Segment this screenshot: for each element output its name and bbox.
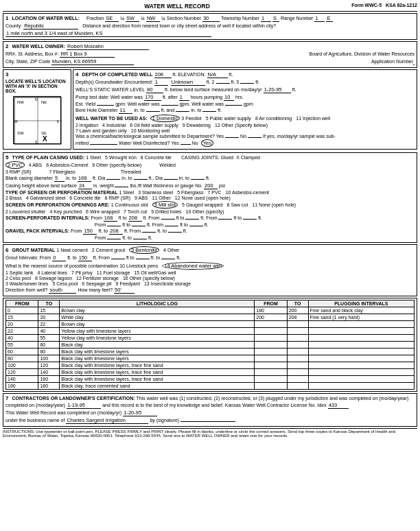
cell-log: White clay (60, 314, 255, 321)
cell-to1: 22 (38, 321, 60, 328)
table-row: 120 140 Black clay with limestone layers… (6, 369, 415, 376)
section-4: 4 DEPTH OF COMPLETED WELL 208 ft. ELEVAT… (73, 69, 417, 150)
cell-from2 (255, 335, 287, 342)
cell-log: Black clay (60, 342, 255, 349)
s1-range-dir: E (326, 15, 333, 22)
cell-from1: 55 (6, 342, 38, 349)
s7-record-text: and this record is to the best of my kno… (102, 403, 316, 408)
s1-township-dir: S (272, 15, 279, 22)
cell-from2 (255, 321, 287, 328)
cell-to2 (287, 335, 308, 342)
cell-to2 (287, 383, 308, 390)
svg-text:X: X (43, 135, 47, 143)
cell-from1: 120 (6, 369, 38, 376)
s2-row1: 2 WATER WELL OWNER: Robert Molzahn (5, 43, 415, 50)
svg-text:S: S (35, 140, 38, 144)
s7-date: 1-19-95 (67, 402, 101, 409)
cell-log: Black clay with limestone layers, trace … (60, 369, 255, 376)
cell-from1: 22 (6, 328, 38, 335)
cell-to1: 60 (38, 342, 60, 349)
cell-to2 (287, 342, 308, 349)
cell-plug (308, 355, 414, 362)
s2-row2: RR#, St. Address, Box #: RR 1 Box 9 Boar… (5, 51, 415, 58)
svg-text:N: N (35, 97, 38, 102)
s1-frac1: SE (105, 15, 119, 22)
s1-township: 1 (261, 15, 271, 22)
s4-after: 1 (179, 94, 189, 101)
cell-to1: 120 (38, 362, 60, 369)
col-to2: TO (287, 300, 308, 307)
cell-to1: 20 (38, 314, 60, 321)
s1-row2: County: Republic Distance and direction … (5, 23, 415, 30)
s2-city: Munden, KS 66959 (51, 58, 134, 65)
section-5: 5 TYPE OF PLAIN CASING USED: 1 Steel 5 W… (3, 152, 417, 243)
col-to1: TO (38, 300, 60, 307)
cell-from1: 80 (6, 355, 38, 362)
cell-from2 (255, 342, 287, 349)
s1-frac2: SW (126, 15, 139, 22)
s4-bore: 11 (119, 107, 132, 114)
title-right: Form WWC-5 KSA 82a-1212 (351, 3, 417, 8)
cell-from1: 60 (6, 349, 38, 355)
s7-business: Charles Sargent Irrigation (66, 417, 148, 424)
cell-log: Black clay with limestone layers, trace … (60, 362, 255, 369)
s2-title: WATER WELL OWNER: (12, 44, 65, 49)
cell-to2 (287, 369, 308, 376)
svg-text:NE: NE (41, 100, 47, 104)
s4-gwl-label: Unknown (171, 79, 205, 86)
s7-license: 433 (328, 402, 349, 409)
cell-plug (308, 321, 414, 328)
cell-from1: 40 (6, 335, 38, 342)
s5-bore-depth: 168 (78, 175, 91, 182)
col-from2: FROM (255, 300, 287, 307)
table-row: 22 40 Yellow clay with limestone layers (6, 328, 415, 335)
table-row: 140 160 Black clay with limestone layers… (6, 376, 415, 383)
s7-text: This water well was (1) constructed, (2)… (137, 396, 409, 401)
cell-plug: Fine sand (1 very hard) (308, 314, 414, 321)
cell-to2 (287, 355, 308, 362)
s6-abandoned-well: 14 Abandoned water well (162, 262, 224, 270)
s7-sig: by (signature) (150, 418, 179, 423)
cell-plug (308, 362, 414, 369)
lithologic-table: FROM TO LITHOLOGIC LOG FROM TO PLUGGING … (5, 300, 415, 390)
s6-distance: 50' (114, 287, 135, 294)
section-2: 2 WATER WELL OWNER: Robert Molzahn RR#, … (3, 41, 417, 68)
cell-from1: 0 (6, 307, 38, 314)
s6-bentonite: 3 Bentonite (129, 246, 159, 254)
cell-from1: 160 (6, 383, 38, 390)
s5-mill-slot: 3 Mill slot (152, 201, 178, 209)
cell-log: Black clay, trace cemented sand (60, 383, 255, 390)
main-title: WATER WELL RECORD (144, 3, 210, 10)
cell-from2 (255, 369, 287, 376)
table-row: 40 55 Yellow clay with limestone layers (6, 335, 415, 342)
s4-static: 80 (146, 86, 163, 93)
s2-owner: Robert Molzahn (67, 43, 149, 50)
cell-log: Black clay with limestone layers, trace … (60, 376, 255, 383)
s1-row3: 1 mile north and 3 1/4 east of Munden, K… (5, 30, 415, 37)
s7-completed-date: 1-20-95 (123, 410, 157, 416)
cell-plug (308, 342, 414, 349)
cell-from2 (255, 383, 287, 390)
s3-title: LOCATE WELL'S LOCATION WITH AN 'X' IN SE… (5, 79, 69, 93)
cell-to2: 200 (287, 307, 308, 314)
s6-direction: south (49, 287, 76, 294)
cell-plug (308, 349, 414, 355)
cell-from2 (255, 349, 287, 355)
cell-plug (308, 383, 414, 390)
s5-gravel-to: 208 (109, 228, 123, 235)
cell-from2: 180 (255, 307, 287, 314)
cell-to2 (287, 349, 308, 355)
s2-appnum (413, 58, 415, 65)
cell-plug (308, 369, 414, 376)
s1-row1: 1 LOCATION OF WATER WELL: Fraction SE ¼ … (5, 15, 415, 22)
table-row: 15 20 White clay 200 208 Fine sand (1 ve… (6, 314, 415, 321)
cell-to1: 100 (38, 355, 60, 362)
map-svg: NW NE SW SE N S W E X (14, 97, 62, 145)
s7-title: CONTRACTORS OR LANDOWNER'S CERTIFICATION… (12, 396, 135, 401)
s5-wall: 200 (204, 182, 218, 189)
cell-from2: 200 (255, 314, 287, 321)
s5-casing-height: 24 (78, 182, 92, 189)
s3-s4-row: 3 LOCATE WELL'S LOCATION WITH AN 'X' IN … (3, 69, 417, 151)
cell-to1: 180 (38, 383, 60, 390)
s4-wellwater: 170 (144, 94, 161, 101)
